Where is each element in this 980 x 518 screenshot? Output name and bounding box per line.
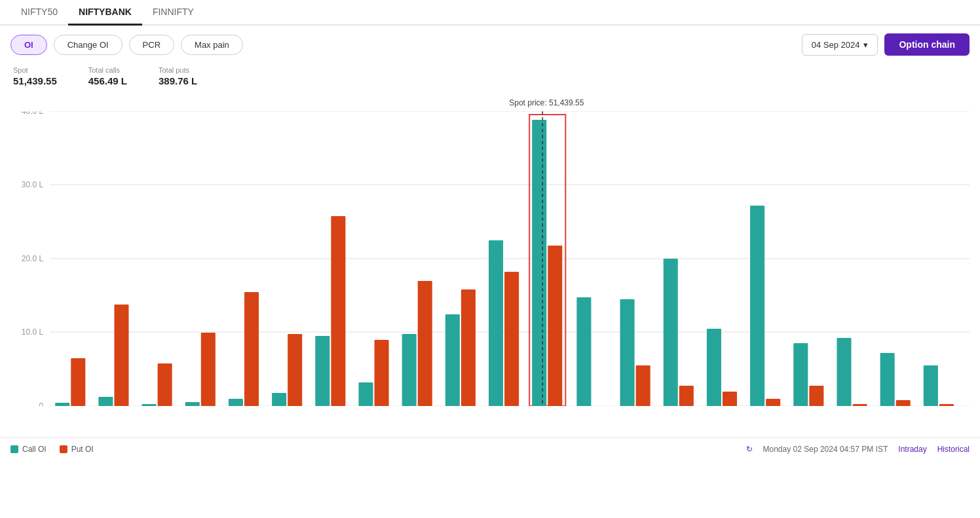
svg-text:40.0 L: 40.0 L xyxy=(22,111,44,116)
total-calls-label: Total calls xyxy=(88,66,127,74)
svg-rect-28 xyxy=(315,336,330,406)
put-oi-label: Put OI xyxy=(71,445,94,454)
svg-rect-14 xyxy=(114,305,128,406)
total-calls-stat: Total calls 456.49 L xyxy=(88,66,127,86)
total-puts-stat: Total puts 389.76 L xyxy=(159,66,197,86)
svg-rect-38 xyxy=(461,289,476,406)
svg-rect-13 xyxy=(98,397,113,406)
svg-rect-23 xyxy=(244,292,259,406)
total-puts-value: 389.76 L xyxy=(159,75,197,86)
svg-rect-59 xyxy=(750,206,764,406)
svg-text:0: 0 xyxy=(39,401,43,406)
historical-link[interactable]: Historical xyxy=(937,445,970,454)
spot-price-label: Spot price: 51,439.55 xyxy=(509,98,584,107)
svg-rect-10 xyxy=(55,403,69,406)
put-oi-legend: Put OI xyxy=(60,445,94,454)
svg-rect-57 xyxy=(723,392,737,406)
date-picker-button[interactable]: 04 Sep 2024 ▾ xyxy=(802,34,878,56)
svg-rect-51 xyxy=(636,365,650,406)
footer-right: ↻ Monday 02 Sep 2024 04:57 PM IST Intrad… xyxy=(746,445,970,454)
svg-rect-41 xyxy=(504,272,519,406)
svg-rect-19 xyxy=(185,402,200,406)
svg-text:30.0 L: 30.0 L xyxy=(22,180,44,189)
svg-rect-37 xyxy=(445,314,460,406)
svg-rect-54 xyxy=(679,386,694,406)
svg-rect-44 xyxy=(532,120,546,406)
svg-rect-66 xyxy=(853,404,867,406)
svg-rect-26 xyxy=(288,334,302,406)
call-oi-label: Call OI xyxy=(22,445,47,454)
svg-rect-20 xyxy=(201,333,216,406)
svg-rect-16 xyxy=(142,404,157,406)
chart-footer: Call OI Put OI ↻ Monday 02 Sep 2024 04:5… xyxy=(0,437,980,460)
chart-svg: 0 10.0 L 20.0 L 30.0 L 40.0 L 50,400 50,… xyxy=(10,111,970,406)
svg-rect-22 xyxy=(229,399,243,406)
max-pain-button[interactable]: Max pain xyxy=(181,35,243,55)
tab-nifty50[interactable]: NIFTY50 xyxy=(10,0,68,26)
svg-rect-40 xyxy=(489,240,503,406)
put-oi-dot xyxy=(60,445,67,453)
pcr-button[interactable]: PCR xyxy=(129,35,174,55)
svg-rect-50 xyxy=(620,299,635,406)
spot-value: 51,439.55 xyxy=(13,75,57,86)
svg-rect-53 xyxy=(664,259,678,406)
total-calls-value: 456.49 L xyxy=(88,75,127,86)
option-chain-button[interactable]: Option chain xyxy=(884,33,970,56)
svg-rect-68 xyxy=(880,353,895,406)
svg-rect-60 xyxy=(766,399,780,406)
spot-stat: Spot 51,439.55 xyxy=(13,66,57,86)
chevron-down-icon: ▾ xyxy=(863,40,868,50)
svg-rect-29 xyxy=(331,216,345,406)
svg-rect-45 xyxy=(548,246,562,406)
total-puts-label: Total puts xyxy=(159,66,197,74)
svg-rect-17 xyxy=(158,363,172,406)
call-oi-legend: Call OI xyxy=(10,445,47,454)
svg-rect-25 xyxy=(272,393,286,406)
svg-rect-71 xyxy=(924,365,938,406)
tab-niftybank[interactable]: NIFTYBANK xyxy=(68,0,142,26)
tab-finnifty[interactable]: FINNIFTY xyxy=(142,0,204,26)
svg-rect-35 xyxy=(418,281,432,406)
date-label: 04 Sep 2024 xyxy=(812,40,860,50)
svg-rect-62 xyxy=(793,343,808,406)
oi-button[interactable]: OI xyxy=(10,35,47,55)
svg-text:20.0 L: 20.0 L xyxy=(22,254,44,263)
spot-label: Spot xyxy=(13,66,57,74)
timestamp: Monday 02 Sep 2024 04:57 PM IST xyxy=(763,445,888,454)
call-oi-dot xyxy=(10,445,18,453)
change-oi-button[interactable]: Change OI xyxy=(54,35,122,55)
svg-rect-32 xyxy=(375,340,389,406)
svg-rect-69 xyxy=(896,400,911,406)
stats-bar: Spot 51,439.55 Total calls 456.49 L Tota… xyxy=(0,64,980,92)
top-tabs-bar: NIFTY50 NIFTYBANK FINNIFTY xyxy=(0,0,980,26)
svg-rect-63 xyxy=(809,386,823,406)
svg-rect-34 xyxy=(402,334,417,406)
svg-text:10.0 L: 10.0 L xyxy=(22,327,44,337)
svg-rect-48 xyxy=(576,297,591,406)
svg-rect-72 xyxy=(939,404,954,406)
svg-rect-11 xyxy=(71,358,85,406)
intraday-link[interactable]: Intraday xyxy=(898,445,926,454)
chart-area: Spot price: 51,439.55 0 10.0 L 20.0 L 30… xyxy=(0,92,980,432)
svg-rect-31 xyxy=(358,382,373,406)
toolbar: OI Change OI PCR Max pain 04 Sep 2024 ▾ … xyxy=(0,26,980,64)
refresh-icon[interactable]: ↻ xyxy=(746,445,753,454)
svg-rect-65 xyxy=(837,338,851,406)
svg-rect-56 xyxy=(707,329,721,406)
